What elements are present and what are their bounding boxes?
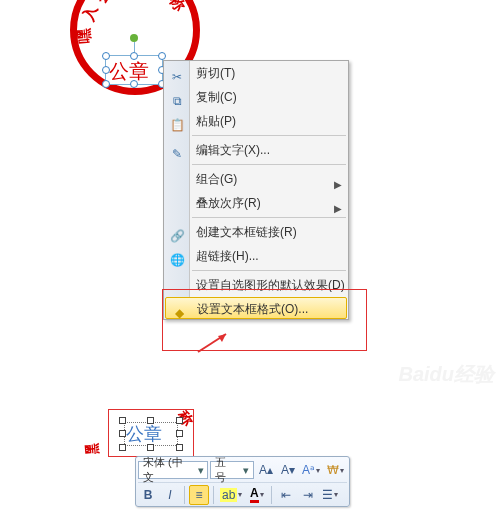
styles-button[interactable]: ₩▾ <box>325 460 347 480</box>
italic-button[interactable]: I <box>160 485 180 505</box>
align-center-button[interactable]: ≡ <box>189 485 209 505</box>
menu-cut[interactable]: ✂ 剪切(T) <box>164 61 348 85</box>
change-case-icon: Aᵃ <box>302 463 315 477</box>
font-color-icon: A <box>250 486 259 503</box>
resize-handle[interactable] <box>119 444 126 451</box>
resize-handle[interactable] <box>147 444 154 451</box>
resize-handle[interactable] <box>102 52 110 60</box>
selected-textbox-top[interactable]: 公章 <box>105 55 163 85</box>
bullets-button[interactable]: ☰▾ <box>320 485 341 505</box>
resize-handle[interactable] <box>119 417 126 424</box>
decrease-indent-button[interactable]: ⇤ <box>276 485 296 505</box>
arc-char: 入 <box>79 3 102 24</box>
chevron-down-icon: ▾ <box>339 466 345 475</box>
group-icon <box>169 171 185 187</box>
menu-label: 剪切(T) <box>196 66 235 80</box>
shrink-font-icon: A▾ <box>281 463 295 477</box>
chevron-down-icon: ▾ <box>315 466 321 475</box>
edit-text-icon: ✎ <box>169 142 185 158</box>
menu-label: 粘贴(P) <box>196 114 236 128</box>
shrink-font-button[interactable]: A▾ <box>278 460 298 480</box>
separator <box>213 486 214 504</box>
annotation-box-top <box>162 289 367 351</box>
selected-textbox-bottom[interactable]: 公章 <box>122 420 180 448</box>
menu-separator <box>192 270 346 271</box>
resize-handle[interactable] <box>130 80 138 88</box>
grow-font-icon: A▴ <box>259 463 273 477</box>
order-icon <box>169 195 185 211</box>
menu-edit-text[interactable]: ✎ 编辑文字(X)... <box>164 138 348 162</box>
font-color-button[interactable]: A▾ <box>247 485 267 505</box>
menu-copy[interactable]: ⧉ 复制(C) <box>164 85 348 109</box>
paste-icon: 📋 <box>169 113 185 129</box>
highlight-button[interactable]: ab▾ <box>218 485 245 505</box>
resize-handle[interactable] <box>176 417 183 424</box>
resize-handle[interactable] <box>102 66 110 74</box>
font-name-value: 宋体 (中文 <box>139 455 194 485</box>
menu-order[interactable]: 叠放次序(R) ▶ <box>164 191 348 215</box>
menu-label: 超链接(H)... <box>196 249 259 263</box>
font-name-combo[interactable]: 宋体 (中文 ▾ <box>138 461 208 479</box>
menu-label: 组合(G) <box>196 172 237 186</box>
resize-handle[interactable] <box>176 430 183 437</box>
menu-label: 叠放次序(R) <box>196 196 261 210</box>
align-center-icon: ≡ <box>195 488 202 502</box>
chevron-down-icon: ▾ <box>333 490 339 499</box>
separator <box>271 486 272 504</box>
textbox-dashed-border <box>124 422 178 446</box>
chevron-down-icon: ▾ <box>259 490 265 499</box>
menu-label: 编辑文字(X)... <box>196 143 270 157</box>
menu-paste[interactable]: 📋 粘贴(P) <box>164 109 348 133</box>
menu-group[interactable]: 组合(G) ▶ <box>164 167 348 191</box>
increase-indent-icon: ⇥ <box>303 488 313 502</box>
menu-create-textlink[interactable]: 🔗 创建文本框链接(R) <box>164 220 348 244</box>
copy-icon: ⧉ <box>169 89 185 105</box>
font-size-value: 五号 <box>211 455 240 485</box>
cut-icon: ✂ <box>169 65 185 81</box>
chevron-down-icon: ▾ <box>194 464 207 477</box>
menu-label: 复制(C) <box>196 90 237 104</box>
separator <box>184 486 185 504</box>
menu-hyperlink[interactable]: 🌐 超链接(H)... <box>164 244 348 268</box>
arc-char: 嘿 <box>82 442 102 454</box>
mini-toolbar-row-1: 宋体 (中文 ▾ 五号 ▾ A▴ A▾ Aᵃ▾ ₩▾ <box>138 459 347 481</box>
resize-handle[interactable] <box>176 444 183 451</box>
decrease-indent-icon: ⇤ <box>281 488 291 502</box>
increase-indent-button[interactable]: ⇥ <box>298 485 318 505</box>
chevron-down-icon: ▾ <box>240 464 253 477</box>
change-case-button[interactable]: Aᵃ▾ <box>300 460 323 480</box>
font-size-combo[interactable]: 五号 ▾ <box>210 461 254 479</box>
menu-label: 创建文本框链接(R) <box>196 225 297 239</box>
rotation-stem <box>134 42 135 52</box>
resize-handle[interactable] <box>102 80 110 88</box>
resize-handle[interactable] <box>158 52 166 60</box>
arc-char: 称 <box>164 0 188 15</box>
mini-toolbar-row-2: B I ≡ ab▾ A▾ ⇤ ⇥ ☰▾ <box>138 482 347 504</box>
arc-char: 嘿 <box>74 27 94 44</box>
mini-toolbar: 宋体 (中文 ▾ 五号 ▾ A▴ A▾ Aᵃ▾ ₩▾ B I ≡ ab▾ A▾ … <box>135 456 350 507</box>
arc-char: 公 <box>92 0 116 7</box>
menu-separator <box>192 164 346 165</box>
resize-handle[interactable] <box>119 430 126 437</box>
bullets-icon: ☰ <box>322 488 333 502</box>
rotation-handle[interactable] <box>130 34 138 42</box>
menu-separator <box>192 217 346 218</box>
grow-font-button[interactable]: A▴ <box>256 460 276 480</box>
chevron-down-icon: ▾ <box>237 490 243 499</box>
hyperlink-icon: 🌐 <box>169 248 185 264</box>
bold-button[interactable]: B <box>138 485 158 505</box>
highlight-icon: ab <box>220 488 237 502</box>
styles-icon: ₩ <box>327 463 339 477</box>
menu-separator <box>192 135 346 136</box>
watermark: Baidu经验 <box>398 361 494 388</box>
annotation-arrow <box>198 334 200 335</box>
resize-handle[interactable] <box>130 52 138 60</box>
link-icon: 🔗 <box>169 224 185 240</box>
bold-icon: B <box>144 488 153 502</box>
italic-icon: I <box>168 488 171 502</box>
resize-handle[interactable] <box>147 417 154 424</box>
context-menu: ✂ 剪切(T) ⧉ 复制(C) 📋 粘贴(P) ✎ 编辑文字(X)... 组合(… <box>163 60 349 320</box>
